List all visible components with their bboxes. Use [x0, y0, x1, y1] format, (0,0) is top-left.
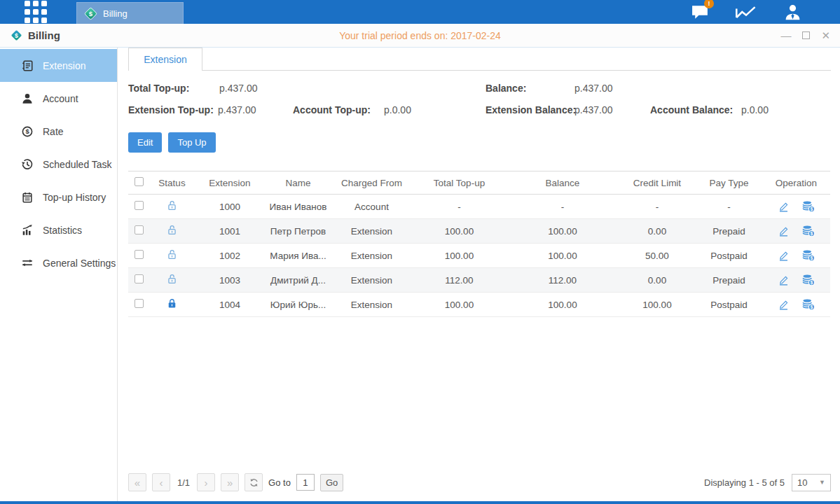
billing-summary: Total Top-up: p.437.00 Balance: p.437.00… [128, 79, 831, 122]
page-size-select[interactable]: 10 ▼ [792, 474, 831, 491]
table-row: 1001 Петр Петров Extension 100.00 100.00… [128, 219, 830, 244]
top-up-coins-icon[interactable]: $ [801, 249, 815, 262]
page-indicator: 1/1 [176, 477, 191, 488]
next-page-button[interactable]: › [197, 473, 215, 491]
prev-page-button[interactable]: ‹ [152, 473, 170, 491]
balance-value: p.437.00 [574, 83, 613, 94]
close-icon[interactable]: ✕ [821, 30, 830, 41]
row-checkbox[interactable] [135, 225, 144, 234]
total-topup-label: Total Top-up: [128, 83, 189, 94]
cell-pay-type: Postpaid [696, 293, 762, 317]
sidebar-item-label: Rate [43, 126, 64, 137]
billing-app-tab[interactable]: $ Billing [76, 2, 184, 24]
edit-pencil-icon[interactable] [778, 274, 790, 286]
select-all-checkbox[interactable] [135, 177, 144, 186]
col-status: Status [149, 172, 195, 195]
edit-pencil-icon[interactable] [778, 299, 790, 311]
edit-pencil-icon[interactable] [778, 225, 790, 237]
cell-credit-limit: 0.00 [619, 268, 696, 293]
refresh-button[interactable] [245, 473, 263, 491]
svg-text:$: $ [89, 10, 93, 18]
row-checkbox[interactable] [135, 250, 144, 259]
goto-page-input[interactable] [296, 474, 315, 491]
row-checkbox[interactable] [135, 201, 144, 210]
cell-balance: 112.00 [507, 268, 619, 293]
cell-pay-type: Prepaid [696, 268, 762, 293]
row-checkbox[interactable] [135, 274, 144, 284]
tab-extension[interactable]: Extension [128, 48, 202, 71]
history-clock-icon [21, 158, 34, 171]
row-checkbox[interactable] [135, 299, 144, 308]
sidebar-item-scheduled-task[interactable]: Scheduled Task [0, 148, 117, 181]
table-row: 1004 Юрий Юрь... Extension 100.00 100.00… [128, 293, 830, 317]
sidebar-item-label: General Settings [43, 258, 116, 269]
sidebar-item-statistics[interactable]: Statistics [0, 214, 117, 246]
account-topup-label: Account Top-up: [293, 104, 371, 115]
line-chart-icon [735, 4, 757, 20]
person-icon [21, 92, 34, 105]
edit-pencil-icon[interactable] [778, 250, 790, 262]
cell-name: Петр Петров [265, 219, 331, 244]
top-up-coins-icon[interactable]: $ [801, 225, 815, 237]
table-row: 1003 Дмитрий Д... Extension 112.00 112.0… [128, 268, 830, 293]
account-balance-label: Account Balance: [650, 104, 733, 115]
edit-pencil-icon[interactable] [778, 201, 790, 213]
app-launcher-icon[interactable] [25, 1, 47, 23]
sidebar-item-account[interactable]: Account [0, 82, 117, 115]
billing-diamond-icon: $ [83, 6, 98, 21]
col-name: Name [265, 172, 331, 195]
first-page-button[interactable]: « [128, 473, 146, 491]
cell-balance: 100.00 [507, 293, 619, 317]
maximize-icon[interactable] [802, 31, 810, 39]
top-up-coins-icon[interactable]: $ [801, 200, 815, 213]
cell-extension: 1004 [195, 293, 265, 317]
sidebar-item-general-settings[interactable]: General Settings [0, 246, 117, 279]
goto-label: Go to [268, 477, 291, 488]
sidebar-item-label: Top-up History [43, 192, 106, 203]
sidebar-item-rate[interactable]: $ Rate [0, 115, 117, 148]
statistics-top-button[interactable] [735, 3, 757, 21]
cell-total-topup: 100.00 [412, 219, 507, 244]
notifications-button[interactable]: ! [689, 3, 711, 21]
extension-topup-value: p.437.00 [218, 104, 256, 115]
cell-credit-limit: 0.00 [619, 219, 696, 244]
top-up-coins-icon[interactable]: $ [801, 298, 815, 311]
total-topup-value: p.437.00 [219, 83, 258, 94]
window-title-bar: $ Billing Your trial period ends on: 201… [0, 24, 840, 48]
notification-badge: ! [704, 0, 714, 8]
cell-name: Иван Иванов [265, 195, 331, 219]
cell-total-topup: 112.00 [412, 268, 507, 293]
top-up-button[interactable]: Top Up [168, 132, 215, 153]
svg-text:$: $ [810, 255, 813, 261]
table-footer: « ‹ 1/1 › » Go to Go [128, 468, 831, 501]
desktop-edge [0, 501, 840, 504]
cell-total-topup: 100.00 [412, 244, 507, 268]
dollar-circle-icon: $ [21, 125, 34, 138]
cell-charged-from: Extension [331, 293, 412, 317]
top-up-coins-icon[interactable]: $ [801, 274, 815, 286]
lock-open-icon [166, 224, 178, 236]
notepad-icon [21, 191, 34, 204]
tab-strip: Extension [128, 48, 831, 71]
ledger-icon [21, 59, 34, 72]
sidebar-item-topup-history[interactable]: Top-up History [0, 181, 117, 214]
go-button[interactable]: Go [320, 474, 343, 491]
user-account-button[interactable] [781, 3, 804, 21]
svg-text:$: $ [15, 32, 18, 39]
cell-credit-limit: 100.00 [619, 293, 696, 317]
edit-button[interactable]: Edit [128, 132, 162, 153]
sidebar: Extension Account $ Rate Scheduled Task [0, 48, 118, 501]
sidebar-item-label: Statistics [43, 225, 82, 236]
sidebar-item-extension[interactable]: Extension [0, 49, 117, 82]
cell-charged-from: Account [331, 195, 412, 219]
cell-credit-limit: 50.00 [619, 244, 696, 268]
svg-text:$: $ [810, 280, 813, 286]
cell-extension: 1000 [195, 195, 265, 219]
window-title-text: Billing [28, 29, 60, 41]
cell-credit-limit: - [619, 195, 696, 219]
last-page-button[interactable]: » [221, 473, 239, 491]
svg-text:$: $ [810, 206, 813, 212]
minimize-icon[interactable]: — [780, 30, 791, 41]
table-row: 1000 Иван Иванов Account - - - - [128, 195, 830, 219]
cell-charged-from: Extension [331, 244, 412, 268]
